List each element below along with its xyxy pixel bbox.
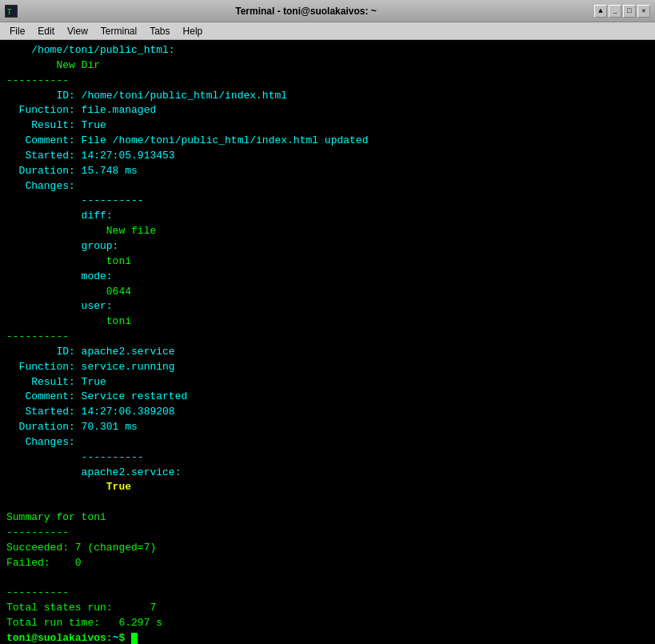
menu-help[interactable]: Help <box>177 24 210 38</box>
terminal-line: Comment: File /home/toni/public_html/ind… <box>6 134 649 149</box>
terminal-line: Started: 14:27:05.913453 <box>6 149 649 164</box>
terminal-line: user: <box>6 299 649 314</box>
window-controls: ▲ _ □ ✕ <box>594 5 650 18</box>
terminal-line: Comment: Service restarted <box>6 390 649 405</box>
total-states-line: Total states run: 7 <box>6 601 649 616</box>
terminal-line: /home/toni/public_html: <box>6 43 649 58</box>
minimize-button[interactable]: _ <box>609 5 621 18</box>
menu-file[interactable]: File <box>3 24 31 38</box>
terminal-line: 0644 <box>6 285 649 300</box>
terminal-line: apache2.service: <box>6 466 649 481</box>
menu-terminal[interactable]: Terminal <box>94 24 143 38</box>
scroll-up-button[interactable]: ▲ <box>594 5 607 18</box>
cursor <box>131 633 138 644</box>
terminal-line: ---------- <box>6 74 649 89</box>
summary-line: Summary for toni <box>6 510 649 526</box>
terminal-line: New Dir <box>6 58 649 74</box>
terminal-line: mode: <box>6 270 649 285</box>
terminal-line: ---------- <box>6 586 649 601</box>
app-icon: T <box>5 5 18 18</box>
terminal-line: Function: service.running <box>6 360 649 375</box>
maximize-button[interactable]: □ <box>623 5 636 18</box>
failed-line: Failed: 0 <box>6 556 649 571</box>
prompt-line: toni@suolakaivos:~$ <box>6 631 649 644</box>
terminal-line: ---------- <box>6 526 649 541</box>
menu-tabs[interactable]: Tabs <box>143 24 176 38</box>
title-bar: T Terminal - toni@suolakaivos: ~ ▲ _ □ ✕ <box>0 0 655 22</box>
terminal-line: True <box>6 480 649 495</box>
terminal-line: toni <box>6 254 649 270</box>
terminal-body[interactable]: /home/toni/public_html: New Dir --------… <box>0 40 655 644</box>
terminal-line: diff: <box>6 209 649 224</box>
terminal-line: toni <box>6 314 649 330</box>
window-title: Terminal - toni@suolakaivos: ~ <box>18 6 594 17</box>
terminal-line: Duration: 70.301 ms <box>6 420 649 435</box>
terminal-line: Result: True <box>6 375 649 390</box>
succeeded-line: Succeeded: 7 (changed=7) <box>6 541 649 556</box>
terminal-line: ID: apache2.service <box>6 345 649 360</box>
terminal-line <box>6 495 649 510</box>
total-time-line: Total run time: 6.297 s <box>6 616 649 631</box>
terminal-line: Function: file.managed <box>6 103 649 118</box>
menu-edit[interactable]: Edit <box>31 24 61 38</box>
terminal-line: ---------- <box>6 450 649 466</box>
terminal-line: ---------- <box>6 330 649 345</box>
terminal-line: Result: True <box>6 118 649 134</box>
menu-view[interactable]: View <box>61 24 94 38</box>
menu-bar: File Edit View Terminal Tabs Help <box>0 22 655 40</box>
terminal-line: Duration: 15.748 ms <box>6 164 649 179</box>
terminal-line: Started: 14:27:06.389208 <box>6 405 649 420</box>
terminal-line: Changes: <box>6 179 649 194</box>
terminal-line: group: <box>6 239 649 254</box>
svg-text:T: T <box>7 8 12 16</box>
terminal-line: ---------- <box>6 194 649 209</box>
terminal-line: New file <box>6 224 649 239</box>
terminal-line: Changes: <box>6 435 649 450</box>
close-button[interactable]: ✕ <box>637 5 650 18</box>
terminal-line: ID: /home/toni/public_html/index.html <box>6 89 649 104</box>
terminal-line <box>6 571 649 586</box>
title-bar-left: T <box>5 5 18 18</box>
